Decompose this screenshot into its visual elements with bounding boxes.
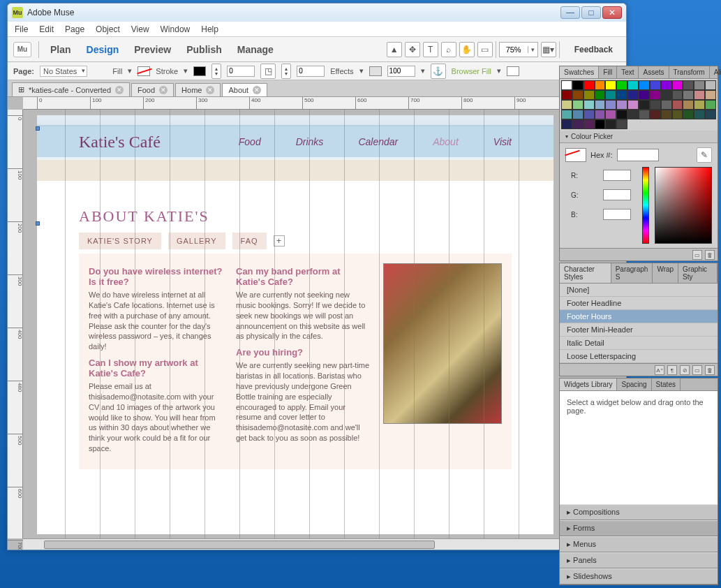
widget-category[interactable]: ▸ Panels	[560, 552, 718, 568]
swatch[interactable]	[661, 100, 672, 110]
opacity-input[interactable]	[387, 66, 415, 77]
swatch[interactable]	[627, 110, 639, 119]
swatch[interactable]	[616, 119, 627, 129]
widget-category[interactable]: ▸ Slideshows	[560, 568, 718, 585]
nav-food[interactable]: Food	[239, 136, 261, 147]
zoom-input[interactable]	[500, 45, 528, 54]
swatch[interactable]	[694, 110, 705, 119]
swatch[interactable]	[595, 110, 606, 119]
swatch[interactable]	[572, 110, 584, 119]
swatch[interactable]	[683, 90, 694, 100]
swatch[interactable]	[627, 90, 639, 100]
design-page[interactable]: Katie's Café Food Drinks Calendar About …	[37, 115, 553, 534]
tab-gallery[interactable]: GALLERY	[168, 233, 225, 249]
swatch[interactable]	[561, 100, 572, 110]
zoom-tool[interactable]: ⌕	[441, 42, 456, 57]
swatch[interactable]	[616, 90, 627, 100]
hex-input[interactable]	[617, 149, 659, 161]
swatch[interactable]	[616, 110, 627, 119]
mode-publish[interactable]: Publish	[182, 41, 226, 58]
style-item[interactable]: Loose Letterspacing	[560, 350, 718, 363]
swatch[interactable]	[705, 90, 716, 100]
swatch[interactable]	[561, 80, 572, 90]
tab-spacing[interactable]: Spacing	[617, 378, 651, 390]
saturation-box[interactable]	[655, 167, 712, 244]
content-box[interactable]: Do you have wireless internet? Is it fre…	[79, 253, 512, 469]
swatch[interactable]	[595, 100, 606, 110]
close-tab-icon[interactable]: ✕	[115, 86, 124, 94]
doctab-home[interactable]: Home✕	[175, 83, 221, 96]
swatch[interactable]	[694, 80, 705, 90]
tab-graphic-styles[interactable]: Graphic Sty	[678, 263, 718, 283]
swatch[interactable]	[616, 80, 627, 90]
widget-category[interactable]: ▸ Compositions	[560, 504, 718, 520]
rectangle-tool[interactable]: ▭	[477, 42, 493, 57]
style-item[interactable]: Footer Hours	[560, 310, 718, 323]
menu-edit[interactable]: Edit	[39, 24, 54, 34]
mode-plan[interactable]: Plan	[46, 41, 75, 58]
tab-swatches[interactable]: Swatches	[560, 66, 599, 78]
menu-window[interactable]: Window	[161, 24, 191, 34]
tab-states[interactable]: States	[652, 378, 681, 390]
swatch[interactable]	[605, 100, 616, 110]
mode-design[interactable]: Design	[82, 41, 124, 58]
tab-widgets[interactable]: Widgets Library	[560, 378, 617, 390]
hue-strip[interactable]	[642, 167, 649, 244]
swatch[interactable]	[694, 90, 705, 100]
delete-swatch-icon[interactable]: 🗑	[705, 250, 715, 260]
swatch[interactable]	[661, 90, 672, 100]
effects-swatch[interactable]	[369, 66, 382, 76]
swatch[interactable]	[650, 110, 661, 119]
swatch[interactable]	[584, 110, 595, 119]
browser-fill-label[interactable]: Browser Fill	[452, 67, 491, 75]
menu-object[interactable]: Object	[96, 24, 120, 34]
anchor-icon[interactable]: ⚓	[431, 64, 446, 79]
menu-view[interactable]: View	[131, 24, 149, 34]
nav-visit[interactable]: Visit	[493, 136, 512, 147]
view-options[interactable]: ▦▾	[541, 42, 556, 57]
swatch[interactable]	[639, 90, 650, 100]
swatch[interactable]	[683, 80, 694, 90]
swatch[interactable]	[605, 90, 616, 100]
swatch[interactable]	[584, 119, 595, 129]
style-item[interactable]: Footer Mini-Header	[560, 323, 718, 337]
tab-transform[interactable]: Transform	[669, 66, 710, 78]
widget-category[interactable]: ▸ Forms	[560, 520, 718, 536]
swatch[interactable]	[595, 119, 606, 129]
style-item[interactable]: [None]	[560, 284, 718, 297]
tab-char-styles[interactable]: Character Styles	[560, 263, 611, 283]
fill-swatch[interactable]	[137, 66, 150, 76]
swatch[interactable]	[561, 119, 572, 129]
maximize-button[interactable]: □	[581, 6, 601, 19]
swatch[interactable]	[595, 90, 606, 100]
doctab-food[interactable]: Food✕	[131, 83, 174, 96]
swatch[interactable]	[605, 80, 616, 90]
mode-manage[interactable]: Manage	[233, 41, 278, 58]
menu-help[interactable]: Help	[201, 24, 218, 34]
swatch[interactable]	[672, 90, 683, 100]
horizontal-scrollbar[interactable]	[23, 538, 626, 550]
swatch[interactable]	[705, 110, 716, 119]
corner-stepper[interactable]: ▴▾	[281, 64, 291, 79]
tab-para-styles[interactable]: Paragraph S	[611, 263, 653, 283]
swatch[interactable]	[572, 80, 584, 90]
swatch[interactable]	[572, 100, 584, 110]
widget-category[interactable]: ▸ Menus	[560, 536, 718, 552]
stroke-width-input[interactable]	[227, 66, 255, 77]
swatch[interactable]	[572, 90, 584, 100]
swatch[interactable]	[672, 100, 683, 110]
current-color-swatch[interactable]	[565, 148, 586, 162]
new-swatch-icon[interactable]: ▭	[692, 250, 702, 260]
hand-tool[interactable]: ✋	[459, 42, 475, 57]
swatch-grid[interactable]	[560, 79, 718, 131]
swatch[interactable]	[705, 100, 716, 110]
swatch[interactable]	[639, 110, 650, 119]
swatch[interactable]	[661, 110, 672, 119]
swatch[interactable]	[639, 80, 650, 90]
page-states-dropdown[interactable]: No States	[40, 66, 87, 77]
swatch[interactable]	[694, 100, 705, 110]
swatch[interactable]	[605, 119, 616, 129]
browser-fill-swatch[interactable]	[507, 66, 519, 76]
doctab-about[interactable]: About✕	[222, 83, 267, 96]
style-item[interactable]: Italic Detail	[560, 337, 718, 350]
